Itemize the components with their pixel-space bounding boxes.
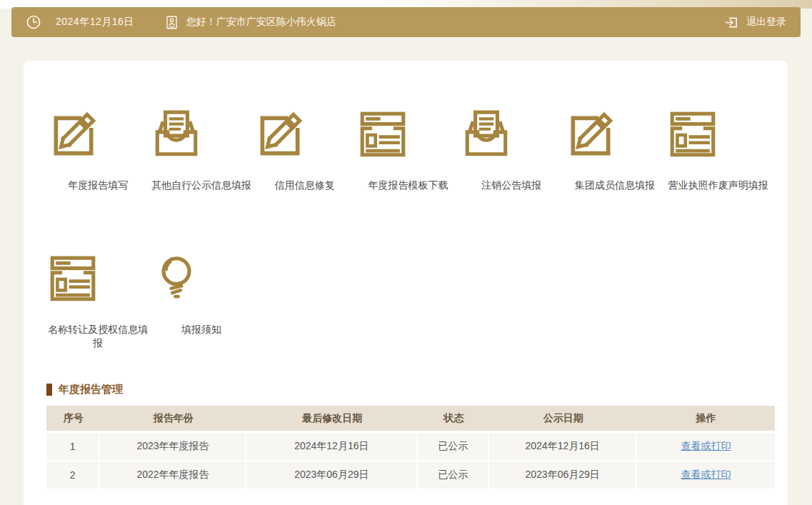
table-row: 1 2023年年度报告 2024年12月16日 已公示 2024年12月16日 … (46, 433, 775, 461)
cell-action: 查看或打印 (637, 433, 775, 461)
logout-icon (724, 15, 739, 30)
header-action: 操作 (637, 406, 775, 433)
view-or-print-link[interactable]: 查看或打印 (681, 440, 731, 451)
cell-seq: 1 (46, 433, 100, 461)
main-panel: 年度报告填写 其他自行公示信息填报 信用信息修复 年度报告模板下载 注销公告填报… (24, 61, 788, 505)
module-license-void-declaration[interactable]: 营业执照作废声明填报 (666, 109, 770, 192)
browser-icon (666, 109, 770, 161)
edit-icon (563, 109, 667, 161)
edit-icon (46, 109, 150, 161)
module-label: 填报须知 (150, 323, 254, 336)
module-label: 营业执照作废声明填报 (666, 179, 770, 192)
cell-last-modified: 2024年12月16日 (246, 433, 418, 461)
header-status: 状态 (418, 406, 489, 433)
module-group-member-info[interactable]: 集团成员信息填报 (563, 109, 667, 192)
browser-icon (46, 253, 150, 306)
cell-status: 已公示 (418, 461, 489, 490)
clock-icon (26, 14, 41, 30)
module-name-transfer-auth[interactable]: 名称转让及授权信息填报 (46, 253, 150, 350)
module-label: 年度报告模板下载 (356, 179, 460, 192)
section-title-text: 年度报告管理 (59, 383, 123, 396)
module-grid: 年度报告填写 其他自行公示信息填报 信用信息修复 年度报告模板下载 注销公告填报… (46, 109, 770, 350)
module-other-public-info[interactable]: 其他自行公示信息填报 (150, 109, 254, 192)
module-label: 年度报告填写 (46, 179, 150, 192)
module-label: 其他自行公示信息填报 (150, 179, 254, 192)
cell-report-year: 2023年年度报告 (100, 433, 246, 461)
module-label: 信用信息修复 (253, 179, 356, 192)
module-credit-repair[interactable]: 信用信息修复 (253, 109, 356, 192)
id-badge-icon (164, 15, 179, 30)
inbox-icon (150, 109, 254, 161)
topbar: 2024年12月16日 您好！广安市广安区陈小伟火锅店 退出登录 (11, 7, 801, 37)
header-seq: 序号 (46, 406, 100, 433)
header-report-year: 报告年份 (100, 406, 246, 433)
logout-label: 退出登录 (746, 16, 786, 29)
title-marker-bar (46, 384, 52, 396)
inbox-icon (460, 109, 563, 161)
table-row: 2 2022年年度报告 2023年06月29日 已公示 2023年06月29日 … (46, 461, 775, 490)
cell-publish-date: 2024年12月16日 (489, 433, 637, 461)
cell-last-modified: 2023年06月29日 (246, 461, 418, 490)
topbar-user-group: 您好！广安市广安区陈小伟火锅店 (164, 15, 336, 30)
cell-publish-date: 2023年06月29日 (489, 461, 637, 490)
annual-report-table: 序号 报告年份 最后修改日期 状态 公示日期 操作 1 2023年年度报告 20… (46, 406, 775, 490)
topbar-date-group: 2024年12月16日 (26, 14, 134, 30)
cell-seq: 2 (46, 461, 100, 490)
browser-icon (356, 109, 460, 161)
table-header-row: 序号 报告年份 最后修改日期 状态 公示日期 操作 (46, 406, 775, 433)
cell-action: 查看或打印 (637, 461, 775, 490)
logout-button[interactable]: 退出登录 (724, 15, 786, 30)
module-label: 注销公告填报 (460, 179, 563, 192)
user-greeting: 您好！广安市广安区陈小伟火锅店 (186, 16, 336, 29)
module-label: 名称转让及授权信息填报 (46, 323, 150, 350)
cell-status: 已公示 (418, 433, 489, 461)
module-filing-instructions[interactable]: 填报须知 (150, 253, 254, 350)
module-template-download[interactable]: 年度报告模板下载 (356, 109, 460, 192)
view-or-print-link[interactable]: 查看或打印 (681, 469, 731, 480)
module-annual-report-fill[interactable]: 年度报告填写 (46, 109, 150, 192)
header-publish-date: 公示日期 (489, 406, 637, 433)
section-title-annual-report-management: 年度报告管理 (46, 383, 770, 396)
header-last-modified: 最后修改日期 (246, 406, 418, 433)
cell-report-year: 2022年年度报告 (100, 461, 246, 490)
edit-icon (253, 109, 356, 161)
current-date: 2024年12月16日 (56, 16, 134, 29)
lightbulb-icon (150, 253, 254, 306)
module-label: 集团成员信息填报 (563, 179, 667, 192)
module-cancellation-notice[interactable]: 注销公告填报 (460, 109, 563, 192)
